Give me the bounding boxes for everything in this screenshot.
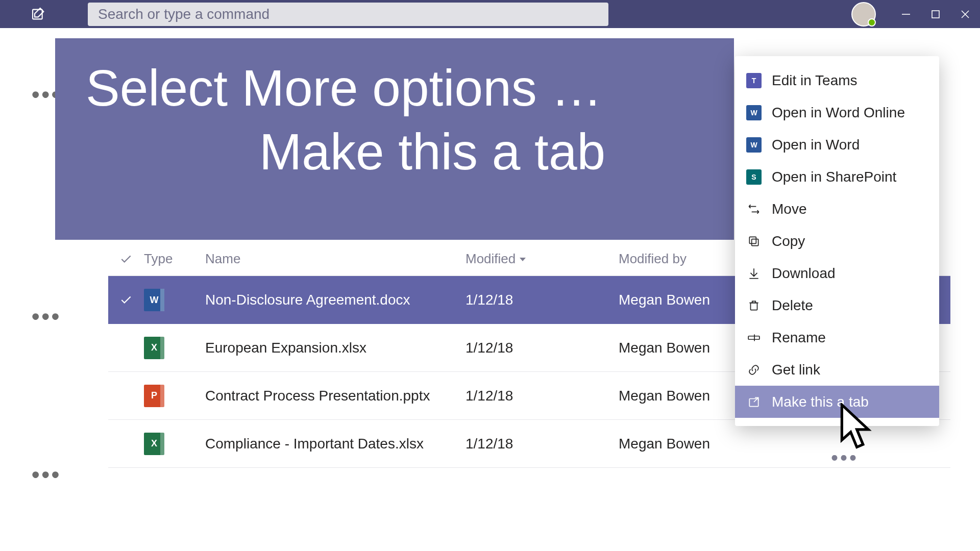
menu-edit-in-teams[interactable]: TEdit in Teams — [735, 64, 939, 96]
menu-get-link[interactable]: Get link — [735, 354, 939, 386]
minimize-button[interactable] — [891, 0, 921, 28]
word-icon: W — [746, 137, 762, 153]
menu-item-label: Open in SharePoint — [772, 169, 896, 185]
sort-desc-icon — [519, 255, 527, 263]
file-row[interactable]: XCompliance - Important Dates.xlsx1/12/1… — [108, 420, 950, 468]
word-icon: W — [746, 105, 762, 120]
menu-rename[interactable]: Rename — [735, 321, 939, 354]
excel-file-icon: X — [144, 337, 205, 359]
title-bar: Search or type a command — [0, 0, 980, 28]
svg-rect-2 — [932, 11, 939, 18]
file-name[interactable]: European Expansion.xlsx — [205, 340, 465, 356]
svg-rect-5 — [752, 239, 758, 245]
delete-icon — [746, 298, 762, 313]
menu-open-in-sharepoint[interactable]: SOpen in SharePoint — [735, 161, 939, 193]
svg-rect-7 — [751, 303, 757, 310]
menu-item-label: Make this a tab — [772, 394, 869, 410]
menu-item-label: Delete — [772, 297, 813, 314]
menu-item-label: Open in Word — [772, 137, 860, 153]
rename-icon — [746, 330, 762, 345]
search-placeholder: Search or type a command — [98, 6, 270, 22]
menu-copy[interactable]: Copy — [735, 225, 939, 257]
overlay-prefix: Select — [86, 59, 242, 116]
close-button[interactable] — [950, 0, 980, 28]
link-icon — [746, 362, 762, 378]
page: ••• ••• ••• Type Name Modified Modified … — [0, 28, 980, 551]
ppt-file-icon: P — [144, 385, 205, 407]
left-more-2[interactable]: ••• — [32, 304, 61, 329]
maximize-button[interactable] — [921, 0, 950, 28]
context-menu: TEdit in TeamsWOpen in Word OnlineWOpen … — [735, 56, 939, 426]
col-name[interactable]: Name — [205, 251, 465, 267]
menu-item-label: Copy — [772, 233, 805, 249]
row-more-button[interactable]: ••• — [831, 446, 859, 469]
excel-file-icon: X — [144, 433, 205, 455]
instruction-overlay: Select More options … Make this a tab — [55, 38, 734, 240]
menu-move[interactable]: Move — [735, 193, 939, 225]
file-modified: 1/12/18 — [465, 436, 619, 452]
title-bar-right — [851, 0, 980, 28]
col-modified[interactable]: Modified — [465, 251, 619, 267]
overlay-bold: More options … — [242, 59, 602, 116]
overlay-line2: Make this a tab — [259, 122, 703, 181]
file-modified: 1/12/18 — [465, 388, 619, 404]
avatar[interactable] — [851, 2, 876, 27]
search-input[interactable]: Search or type a command — [88, 3, 608, 26]
file-modified-by: Megan Bowen — [619, 436, 950, 452]
file-name[interactable]: Contract Process Presentation.pptx — [205, 388, 465, 404]
svg-rect-9 — [749, 398, 758, 406]
menu-open-in-word-online[interactable]: WOpen in Word Online — [735, 96, 939, 129]
menu-item-label: Get link — [772, 362, 820, 378]
word-file-icon: W — [144, 289, 205, 311]
menu-item-label: Move — [772, 201, 806, 217]
compose-icon[interactable] — [31, 6, 47, 22]
svg-rect-6 — [749, 237, 756, 243]
col-type[interactable]: Type — [144, 251, 205, 267]
menu-item-label: Rename — [772, 330, 826, 346]
file-name[interactable]: Non-Disclosure Agreement.docx — [205, 292, 465, 308]
menu-item-label: Download — [772, 265, 836, 282]
menu-delete[interactable]: Delete — [735, 289, 939, 321]
svg-rect-8 — [748, 336, 760, 339]
left-more-3[interactable]: ••• — [32, 462, 61, 487]
copy-icon — [746, 234, 762, 249]
move-icon — [746, 202, 762, 217]
row-checkbox[interactable] — [108, 293, 144, 307]
teams-icon: T — [746, 73, 762, 88]
file-modified: 1/12/18 — [465, 340, 619, 356]
file-modified: 1/12/18 — [465, 292, 619, 308]
download-icon — [746, 266, 762, 281]
tab-icon — [746, 394, 762, 410]
presence-available-icon — [868, 18, 876, 27]
menu-item-label: Edit in Teams — [772, 72, 857, 89]
menu-open-in-word[interactable]: WOpen in Word — [735, 129, 939, 161]
menu-make-this-a-tab[interactable]: Make this a tab — [735, 386, 939, 418]
menu-item-label: Open in Word Online — [772, 105, 905, 121]
menu-download[interactable]: Download — [735, 257, 939, 289]
sharepoint-icon: S — [746, 169, 762, 185]
select-all-checkbox[interactable] — [108, 253, 144, 266]
file-name[interactable]: Compliance - Important Dates.xlsx — [205, 436, 465, 452]
